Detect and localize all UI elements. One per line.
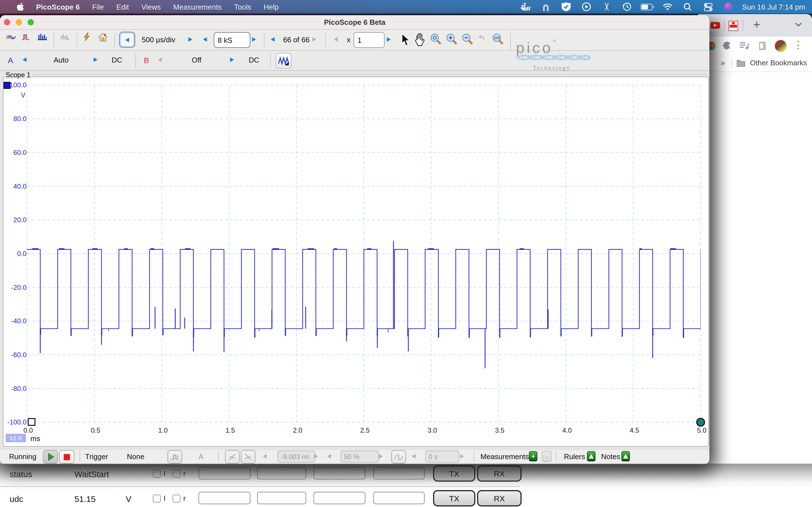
scope-plot[interactable]: 100.080.060.040.020.00.0-20.0-40.0-60.0-… xyxy=(3,77,708,446)
svg-text:-80.0: -80.0 xyxy=(11,385,27,392)
new-tab-button[interactable]: + xyxy=(750,18,763,32)
signal-generator-button[interactable] xyxy=(276,53,292,69)
docker-icon[interactable] xyxy=(519,2,532,11)
persistence-view-icon[interactable] xyxy=(21,34,31,41)
zoom-x-decrease-button[interactable] xyxy=(334,37,338,42)
udc-field-2[interactable] xyxy=(257,492,306,504)
stop-button[interactable] xyxy=(59,450,74,464)
udc-row-value: 51.15 xyxy=(74,494,96,504)
browser-menu-kebab-icon[interactable] xyxy=(797,41,800,51)
channel-a-coupling[interactable]: DC xyxy=(112,56,122,64)
pretrigger-decrease xyxy=(327,454,331,459)
home-settings-icon[interactable] xyxy=(98,33,108,42)
extensions-puzzle-icon[interactable] xyxy=(723,42,731,50)
channel-b-range-down[interactable] xyxy=(158,57,162,62)
status-field-2[interactable] xyxy=(257,467,306,480)
zoom-x-field[interactable]: 1 xyxy=(354,32,385,48)
menu-tools[interactable]: Tools xyxy=(228,3,257,11)
browser-avatar[interactable] xyxy=(775,40,786,52)
menu-clock[interactable]: Sun 16 Jul 7:14 pm xyxy=(742,3,805,11)
scope-view-icon[interactable] xyxy=(6,34,16,41)
start-button[interactable] xyxy=(43,450,58,464)
checkmark-icon[interactable] xyxy=(559,2,573,11)
playlist-icon[interactable] xyxy=(740,42,749,50)
hand-tool-icon[interactable] xyxy=(414,33,426,47)
folder-icon xyxy=(737,59,746,67)
udc-rx-button[interactable]: RX xyxy=(477,490,522,506)
zoom-out-icon[interactable] xyxy=(461,33,474,46)
udc-cb-I[interactable] xyxy=(153,495,161,503)
siri-icon[interactable] xyxy=(722,2,735,11)
udc-field-3[interactable] xyxy=(313,492,365,504)
timebase-value: 500 µs/div xyxy=(142,36,175,44)
spotlight-search-icon[interactable] xyxy=(681,2,695,11)
udc-tx-button[interactable]: TX xyxy=(433,490,475,506)
cursor-tool-icon[interactable] xyxy=(400,33,409,47)
bookmarks-overflow-chevrons[interactable]: » xyxy=(721,58,725,67)
channel-b-label: B xyxy=(144,56,149,65)
status-cb-I[interactable] xyxy=(153,470,161,478)
status-field-3[interactable] xyxy=(313,467,365,480)
status-tx-button[interactable]: TX xyxy=(433,465,475,482)
status-rx-button[interactable]: RX xyxy=(477,465,522,482)
menu-app-name[interactable]: PicoScope 6 xyxy=(27,3,86,11)
buffer-next-button[interactable] xyxy=(312,37,316,42)
menu-edit[interactable]: Edit xyxy=(110,3,135,11)
channel-b-range[interactable]: Off xyxy=(192,56,201,64)
timebase-increase-button[interactable] xyxy=(188,37,192,42)
status-field-1[interactable] xyxy=(199,467,250,480)
channel-a-range[interactable]: Auto xyxy=(54,56,69,64)
desktop: PicoScope 6 File Edit Views Measurements… xyxy=(0,0,812,507)
samples-decrease-button[interactable] xyxy=(203,37,207,42)
wifi-icon[interactable] xyxy=(661,2,674,11)
timebase-decrease-button[interactable] xyxy=(119,32,135,48)
udc-field-1[interactable] xyxy=(199,492,250,504)
samples-field[interactable]: 8 kS xyxy=(214,32,250,48)
channel-b-range-up[interactable] xyxy=(230,57,234,62)
channel-b-coupling[interactable]: DC xyxy=(249,56,259,64)
rulers-button[interactable] xyxy=(587,451,596,461)
svg-text:1.0: 1.0 xyxy=(158,427,167,434)
svg-text:60.0: 60.0 xyxy=(13,149,27,156)
control-center-icon[interactable] xyxy=(702,2,715,11)
pretrigger-increase xyxy=(379,454,383,459)
udc-cb-r[interactable] xyxy=(172,495,181,503)
auto-setup-lightning-icon[interactable] xyxy=(83,33,90,41)
status-row-name: status xyxy=(10,469,32,479)
channel-a-range-up[interactable] xyxy=(94,57,98,62)
disabled-view-icon xyxy=(60,33,70,41)
menu-file[interactable]: File xyxy=(86,3,110,11)
menu-help[interactable]: Help xyxy=(257,3,285,11)
title-bar[interactable]: PicoScope 6 Beta xyxy=(0,15,709,30)
status-cb-r[interactable] xyxy=(172,470,181,478)
udc-field-4[interactable] xyxy=(373,492,424,504)
channel-a-range-down[interactable] xyxy=(22,57,27,62)
apple-icon[interactable] xyxy=(13,2,27,11)
zoom-100-icon[interactable]: 100 xyxy=(491,33,505,46)
youtube-tab-icon[interactable] xyxy=(711,22,720,29)
status-field-4[interactable] xyxy=(373,467,424,480)
udc-cb-I-label: I xyxy=(163,494,165,503)
add-measurement-button[interactable]: + xyxy=(529,451,538,461)
arc-icon[interactable] xyxy=(539,2,553,11)
play-circle-icon[interactable] xyxy=(580,2,593,11)
spectrum-view-icon[interactable] xyxy=(37,33,47,41)
time-machine-icon[interactable] xyxy=(620,2,634,11)
falling-edge-icon xyxy=(241,450,255,464)
trigger-mode[interactable]: None xyxy=(127,452,144,461)
tab-search-chevron-icon[interactable] xyxy=(795,22,802,27)
notes-button[interactable] xyxy=(621,451,630,461)
capture-toolbar: Running Trigger None A -9.003 m\ xyxy=(0,449,709,464)
menu-measurements[interactable]: Measurements xyxy=(167,3,228,11)
menu-views[interactable]: Views xyxy=(135,3,167,11)
other-bookmarks-label[interactable]: Other Bookmarks xyxy=(750,59,807,67)
sidebar-icon[interactable] xyxy=(759,42,766,50)
buffer-prev-button[interactable] xyxy=(271,37,274,42)
zoom-window-icon[interactable] xyxy=(430,33,442,46)
zoom-x-increase-button[interactable] xyxy=(387,37,391,42)
samples-increase-button[interactable] xyxy=(252,37,256,42)
pen-tool-icon[interactable] xyxy=(600,2,613,11)
zoom-in-icon[interactable] xyxy=(446,33,458,46)
svg-text:100: 100 xyxy=(494,36,500,40)
royal-mail-tab-icon[interactable] xyxy=(728,21,738,31)
